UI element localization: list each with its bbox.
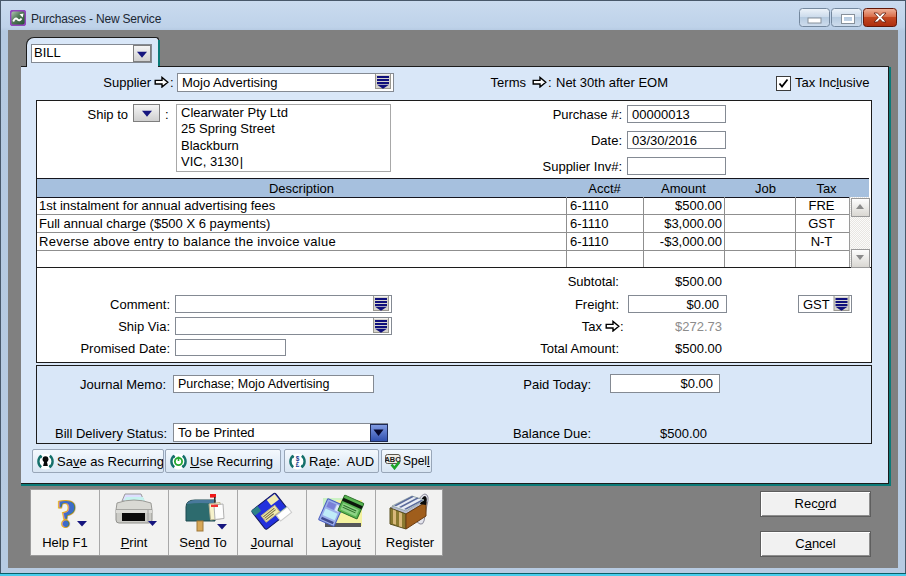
svg-text:?: ?	[57, 491, 77, 534]
svg-text:£: £	[296, 461, 300, 468]
